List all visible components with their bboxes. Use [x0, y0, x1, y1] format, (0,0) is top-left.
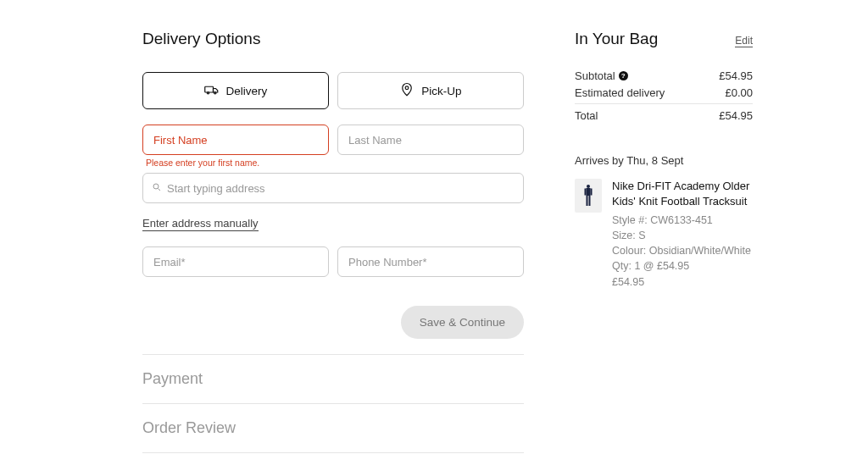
first-name-error: Please enter your first name. — [146, 158, 329, 168]
tab-delivery-label: Delivery — [226, 85, 268, 97]
product-style: Style #: CW6133-451 — [612, 213, 753, 228]
svg-point-4 — [153, 184, 159, 189]
delivery-label: Estimated delivery — [575, 86, 665, 99]
svg-rect-8 — [587, 196, 588, 206]
svg-rect-7 — [587, 188, 591, 196]
svg-rect-0 — [204, 86, 213, 92]
product-price: £54.95 — [612, 274, 753, 290]
product-size: Size: S — [612, 228, 753, 243]
edit-bag-link[interactable]: Edit — [735, 35, 753, 47]
address-input[interactable] — [167, 182, 515, 195]
phone-input[interactable] — [337, 246, 524, 277]
delivery-value: £0.00 — [725, 86, 753, 99]
product-qty: Qty: 1 @ £54.95 — [612, 258, 753, 274]
first-name-input[interactable] — [142, 125, 329, 155]
svg-rect-10 — [585, 189, 587, 196]
search-icon — [152, 180, 162, 196]
divider — [142, 452, 524, 453]
location-pin-icon — [399, 82, 415, 100]
svg-line-5 — [159, 189, 161, 191]
svg-point-1 — [207, 91, 209, 93]
truck-icon — [204, 82, 220, 100]
svg-point-3 — [405, 86, 409, 89]
product-colour: Colour: Obsidian/White/White — [612, 243, 753, 258]
email-input[interactable] — [142, 246, 329, 277]
product-name: Nike Dri-FIT Academy Older Kids' Knit Fo… — [612, 179, 753, 208]
svg-point-2 — [214, 91, 215, 93]
bag-item: Nike Dri-FIT Academy Older Kids' Knit Fo… — [575, 179, 753, 290]
info-icon[interactable]: ? — [619, 71, 628, 80]
arrival-estimate: Arrives by Thu, 8 Sept — [575, 154, 753, 167]
subtotal-value: £54.95 — [719, 69, 753, 82]
order-review-step-title: Order Review — [142, 404, 524, 452]
address-autocomplete[interactable] — [142, 173, 524, 203]
tab-pickup[interactable]: Pick-Up — [337, 72, 524, 109]
svg-point-6 — [587, 185, 590, 188]
tab-pickup-label: Pick-Up — [421, 85, 461, 97]
divider — [575, 103, 753, 104]
bag-title: In Your Bag — [575, 30, 658, 48]
product-thumbnail — [575, 179, 602, 213]
delivery-method-tabs: Delivery Pick-Up — [142, 72, 524, 109]
tab-delivery[interactable]: Delivery — [142, 72, 329, 109]
svg-rect-9 — [589, 196, 591, 206]
subtotal-label: Subtotal — [575, 69, 615, 82]
svg-rect-11 — [591, 189, 593, 196]
enter-address-manually-link[interactable]: Enter address manually — [142, 217, 259, 231]
total-label: Total — [575, 109, 598, 122]
payment-step-title: Payment — [142, 355, 524, 403]
delivery-options-title: Delivery Options — [142, 30, 524, 48]
last-name-input[interactable] — [337, 125, 524, 155]
save-continue-button[interactable]: Save & Continue — [401, 306, 524, 339]
total-value: £54.95 — [719, 109, 753, 122]
